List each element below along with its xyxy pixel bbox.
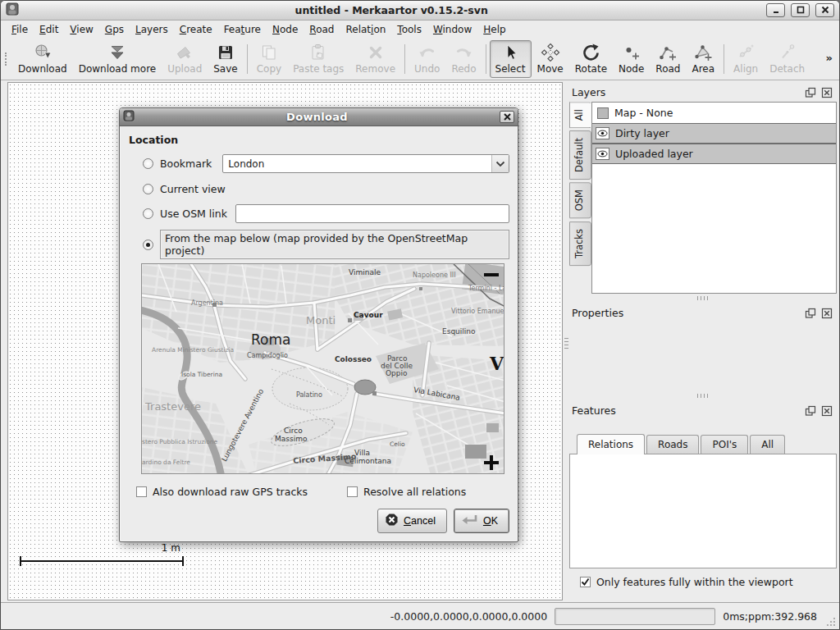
close-panel-icon[interactable] [821, 308, 833, 319]
ok-button[interactable]: OK [454, 509, 509, 533]
eye-icon[interactable] [596, 148, 609, 160]
dock-splitter[interactable] [569, 391, 837, 400]
close-panel-icon[interactable] [821, 405, 833, 417]
map-place-label: Vittorio Emanuele [451, 308, 504, 315]
toolbar-remove-button: Remove [349, 40, 401, 78]
menu-feature[interactable]: Feature [218, 22, 267, 37]
close-icon[interactable] [815, 3, 834, 17]
map-zoom-in-button[interactable] [484, 455, 499, 470]
osm-link-radio[interactable] [143, 208, 153, 219]
dock-splitter[interactable] [569, 294, 837, 303]
layers-tab-strip: AllDefaultOSMTracks [569, 102, 591, 294]
viewport-filter-checkbox[interactable] [580, 577, 591, 587]
dialog-buttons: Cancel OK [128, 509, 509, 533]
features-tab-all[interactable]: All [750, 435, 785, 454]
toolbar-road-button[interactable]: Road [650, 40, 686, 78]
close-panel-icon[interactable] [821, 87, 833, 98]
chevron-down-icon[interactable] [491, 155, 509, 172]
layers-tab-default[interactable]: Default [569, 130, 591, 180]
cancel-button[interactable]: Cancel [377, 509, 447, 533]
toolbar-align-button: Align [728, 40, 764, 78]
menu-road[interactable]: Road [304, 22, 340, 37]
map-place-label: Viminale [349, 269, 381, 276]
toolbar-move-button[interactable]: Move [532, 40, 569, 78]
menu-layers[interactable]: Layers [130, 22, 174, 37]
map-place-label: Circo [284, 427, 303, 435]
bookmark-label: Bookmark [160, 158, 212, 170]
toolbar-select-button[interactable]: Select [490, 40, 532, 78]
features-panel-title: Features [572, 404, 800, 417]
splitter-handle[interactable] [564, 338, 568, 349]
menu-gps[interactable]: Gps [99, 22, 130, 37]
minimize-icon[interactable] [766, 3, 785, 17]
menu-file[interactable]: File [6, 22, 34, 37]
from-map-radio[interactable] [143, 240, 153, 250]
toolbar-label: Copy [257, 63, 281, 75]
dialog-map[interactable]: ViminaleNapoleone IIITermini - LaArgenti… [141, 263, 504, 474]
layers-tab-tracks[interactable]: Tracks [569, 221, 591, 266]
paste-tag-icon [308, 43, 328, 62]
panel-splitter[interactable] [563, 82, 569, 600]
layer-row-map-none[interactable]: Map - None [592, 103, 836, 123]
toolbar-download-button[interactable]: Download [12, 40, 73, 78]
layers-tab-all[interactable]: All [569, 102, 591, 128]
dialog-app-icon [123, 110, 135, 124]
float-panel-icon[interactable] [805, 87, 816, 98]
menu-node[interactable]: Node [267, 22, 304, 37]
float-panel-icon[interactable] [805, 308, 816, 319]
map-place-label: Termini - La [468, 285, 504, 292]
features-tab-roads[interactable]: Roads [646, 435, 699, 454]
map-place-label: Massimo [275, 436, 307, 443]
toolbar-save-button[interactable]: Save [208, 40, 243, 78]
bookmark-radio[interactable] [143, 158, 153, 169]
toolbar-rotate-button[interactable]: Rotate [569, 40, 613, 78]
coordinates-display: -0.0000,0.0000,0.0000,0.0000 [390, 610, 555, 623]
current-view-label: Current view [160, 183, 226, 195]
menu-view[interactable]: View [64, 22, 98, 37]
redo-arrow-icon [454, 43, 473, 62]
splitter-handle[interactable] [697, 394, 709, 398]
bookmark-combobox[interactable]: London [222, 154, 509, 173]
layer-row-dirty-layer[interactable]: Dirty layer [592, 123, 836, 144]
layer-swatch[interactable] [597, 107, 609, 119]
toolbar-label: Node [619, 63, 644, 75]
toolbar-download-more-button[interactable]: Download more [73, 40, 162, 78]
features-tab-poi-s[interactable]: POI's [701, 435, 748, 454]
layers-tab-osm[interactable]: OSM [569, 182, 591, 218]
titlebar[interactable]: untitled - Merkaartor v0.15.2-svn [1, 1, 839, 21]
toolbar-label: Redo [451, 63, 476, 75]
resize-grip[interactable] [825, 616, 837, 628]
resolve-relations-checkbox[interactable] [347, 486, 358, 497]
map-zoom-out-button[interactable] [484, 267, 499, 282]
float-panel-icon[interactable] [805, 405, 816, 417]
menu-relation[interactable]: Relation [340, 22, 391, 37]
node-plus-icon [622, 43, 641, 62]
gps-tracks-checkbox[interactable] [136, 486, 147, 497]
current-view-radio[interactable] [143, 184, 153, 194]
maximize-icon[interactable] [791, 3, 810, 17]
move-arrows-icon [541, 43, 560, 62]
properties-panel-title: Properties [572, 307, 800, 319]
toolbar-drag-handle[interactable] [5, 52, 9, 66]
menu-help[interactable]: Help [477, 22, 511, 37]
toolbar-overflow-button[interactable]: » [824, 40, 836, 64]
osm-link-input[interactable] [235, 204, 509, 223]
menu-edit[interactable]: Edit [34, 22, 64, 37]
eye-icon[interactable] [596, 127, 609, 139]
toolbar-node-button[interactable]: Node [613, 40, 650, 78]
map-canvas[interactable]: 1 m Download Location Bookmark [7, 82, 563, 600]
toolbar-area-button[interactable]: Area [686, 40, 720, 78]
menu-tools[interactable]: Tools [391, 22, 427, 37]
bookmark-combobox-value: London [228, 158, 264, 170]
features-tab-relations[interactable]: Relations [577, 434, 645, 454]
menu-window[interactable]: Window [427, 22, 477, 37]
features-list[interactable] [569, 454, 837, 568]
dialog-titlebar[interactable]: Download [120, 108, 518, 126]
scale-label: 1 m [162, 542, 180, 554]
layer-row-uploaded-layer[interactable]: Uploaded layer [592, 144, 836, 164]
menu-create[interactable]: Create [174, 22, 218, 37]
dialog-close-icon[interactable] [500, 111, 514, 123]
splitter-handle[interactable] [697, 296, 709, 300]
layers-panel: Layers AllDefaultOSMTracks Map - NoneDir… [569, 82, 837, 294]
toolbar-separator [247, 44, 248, 74]
